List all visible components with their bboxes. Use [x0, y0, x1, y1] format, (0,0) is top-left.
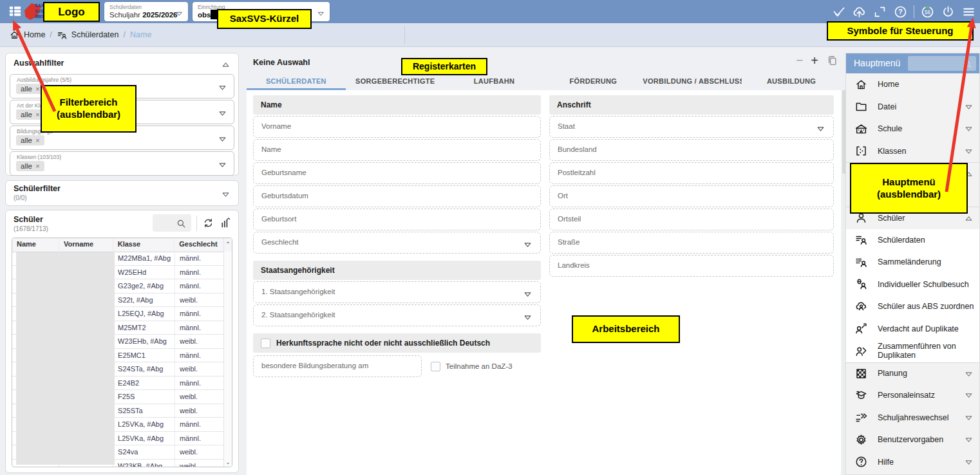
auswahlfilter-title: Auswahlfilter [14, 59, 64, 68]
expand-icon[interactable] [221, 189, 231, 200]
main-menu-header: Hauptmenü [846, 53, 979, 73]
column-header[interactable]: Name [12, 238, 59, 252]
remove-button[interactable]: − [796, 54, 803, 67]
menu-item-planung[interactable]: Planung [846, 362, 979, 385]
main-menu-toggle-icon[interactable] [961, 5, 976, 19]
menu-item-benutzervorgaben[interactable]: Benutzervorgaben [846, 429, 979, 451]
input-field[interactable]: Geburtsdatum [253, 185, 541, 207]
divider [404, 26, 405, 44]
menu-item-datei[interactable]: Datei [846, 96, 979, 118]
breadcrumb-home[interactable]: Home [9, 30, 45, 41]
menu-item-schüler-aus-abs-zuordnen[interactable]: Schüler aus ABS zuordnen [846, 295, 979, 318]
input-field[interactable]: Straße [549, 232, 834, 254]
input-field[interactable]: 2. Staatsangehörigkeit [253, 304, 541, 326]
filter-3[interactable]: Klassen (103/103)alle× [10, 151, 234, 176]
column-settings-icon[interactable] [220, 217, 232, 229]
help-icon: ? [893, 5, 908, 19]
menu-item-home[interactable]: Home [846, 73, 979, 96]
filter-chip[interactable]: alle× [16, 161, 44, 171]
annotation-arbeitsbereich: Arbeitsbereich [572, 315, 680, 343]
tab-vorbildung-abschluss[interactable]: VORBILDUNG / ABSCHLUSS [643, 72, 742, 90]
menu-item-individueller-schulbesuch[interactable]: Individueller Schulbesuch [846, 274, 979, 296]
input-field[interactable]: Staat [549, 116, 834, 138]
grad-icon [854, 389, 868, 402]
main-menu-title: Hauptmenü [854, 58, 900, 68]
column-header[interactable]: Geschlecht [174, 238, 223, 252]
input-field[interactable]: Bundesland [549, 139, 834, 161]
menu-item-personaleinsatz[interactable]: Personaleinsatz [846, 384, 979, 407]
menu-item-schule[interactable]: Schule [846, 118, 979, 140]
refresh-icon [202, 217, 214, 229]
student-list-icon [57, 30, 68, 41]
input-field[interactable]: Vorname [253, 116, 541, 138]
chevron-down-icon[interactable] [964, 391, 974, 400]
copy-icon[interactable] [826, 54, 838, 66]
section-header: Anschrift [549, 95, 834, 115]
collapse-icon[interactable] [221, 59, 231, 70]
scroll-up-icon[interactable]: ⌃ [223, 238, 232, 252]
cloud-upload-icon [852, 5, 867, 19]
search-button[interactable] [153, 214, 191, 232]
input-field[interactable]: 1. Staatsangehörigkeit [253, 281, 541, 303]
chevron-down-icon[interactable] [964, 435, 974, 445]
chevron-down-icon[interactable] [964, 413, 974, 423]
cell-geschlecht: weibl. [175, 362, 224, 376]
help-icon[interactable]: ? [893, 5, 908, 19]
remove-chip-icon[interactable]: × [35, 136, 40, 144]
menu-item-klassen[interactable]: Klassen [846, 140, 979, 163]
schuljahr-select[interactable]: Schülerdaten Schuljahr 2025/2026 [104, 2, 188, 21]
herkunftssprache-checkbox[interactable] [261, 339, 270, 348]
remove-chip-icon[interactable]: × [35, 111, 40, 118]
table-scrollbar[interactable]: ⌄ [223, 252, 232, 467]
menu-item-sammeländerung[interactable]: Sammeländerung [846, 251, 979, 274]
input-field[interactable]: Geburtsname [253, 162, 541, 184]
schuelerfilter-title: Schülerfilter [14, 184, 61, 193]
filter-panel-toggle-icon[interactable] [8, 4, 24, 20]
input-field[interactable]: Geschlecht [253, 232, 541, 254]
column-header[interactable]: Klasse [113, 238, 175, 252]
chevron-down-icon[interactable] [964, 369, 974, 379]
menu-item-hilfe[interactable]: Hilfe [846, 451, 979, 474]
input-field[interactable]: Postleitzahl [549, 162, 834, 184]
chevron-down-icon[interactable] [964, 147, 974, 156]
section: Herkunftssprache nicht oder nicht aussch… [253, 333, 541, 377]
breadcrumb-schuelerdaten[interactable]: Schülerdaten [57, 30, 119, 41]
menu-search-input[interactable] [908, 56, 976, 71]
input-field[interactable]: Ort [549, 185, 834, 207]
session-timer-badge[interactable]: 56 [920, 5, 935, 19]
cloud-upload-icon[interactable] [852, 5, 867, 19]
input-field[interactable]: besondere Bildungsberatung am [253, 355, 422, 377]
menu-item-schuljahreswechsel[interactable]: Schuljahreswechsel [846, 407, 979, 429]
chevron-up-icon[interactable] [964, 214, 974, 223]
tab-sch-lerdaten[interactable]: SCHÜLERDATEN [247, 72, 346, 90]
refresh-icon[interactable] [202, 217, 214, 229]
input-field[interactable]: Name [253, 139, 541, 161]
remove-chip-icon[interactable]: × [35, 162, 40, 170]
cell-geschlecht: weibl. [175, 404, 224, 418]
daz3-checkbox[interactable]: Teilnahme an DaZ-3 [431, 362, 513, 371]
remove-chip-icon[interactable]: × [35, 85, 40, 93]
cell-klasse: S25STa [113, 404, 175, 418]
main-menu-list: HomeDateiSchuleKlassenSchülerSchülerdate… [846, 73, 979, 474]
check-download-icon[interactable] [831, 5, 846, 19]
input-field[interactable]: Ortsteil [549, 209, 834, 230]
logout-icon[interactable] [941, 5, 956, 19]
work-area: NameVornameNameGeburtsnameGeburtsdatumGe… [247, 90, 841, 475]
column-header[interactable]: Vorname [59, 238, 113, 252]
planung-icon [854, 367, 868, 380]
menu-item-zusammenführen-von-duplikaten[interactable]: Zusammenführen von Duplikaten [846, 340, 979, 362]
tab-f-rderung[interactable]: FÖRDERUNG [543, 72, 643, 90]
add-button[interactable]: + [811, 54, 818, 67]
input-field[interactable]: Landkreis [549, 255, 834, 277]
fullscreen-icon[interactable] [872, 5, 887, 19]
chevron-down-icon [175, 8, 184, 19]
annotation-symbole: Symbole für Steuerung [827, 21, 974, 41]
filter-chip[interactable]: alle× [16, 135, 44, 145]
chevron-down-icon[interactable] [964, 102, 974, 112]
tab-ausbildung[interactable]: AUSBILDUNG [742, 72, 841, 90]
input-field[interactable]: Geburtsort [253, 209, 541, 230]
chevron-down-icon[interactable] [964, 458, 974, 467]
chevron-down-icon[interactable] [964, 124, 974, 134]
menu-item-schülerdaten[interactable]: Schülerdaten [846, 229, 979, 252]
menu-item-verdacht-auf-duplikate[interactable]: Verdacht auf Duplikate [846, 318, 979, 340]
